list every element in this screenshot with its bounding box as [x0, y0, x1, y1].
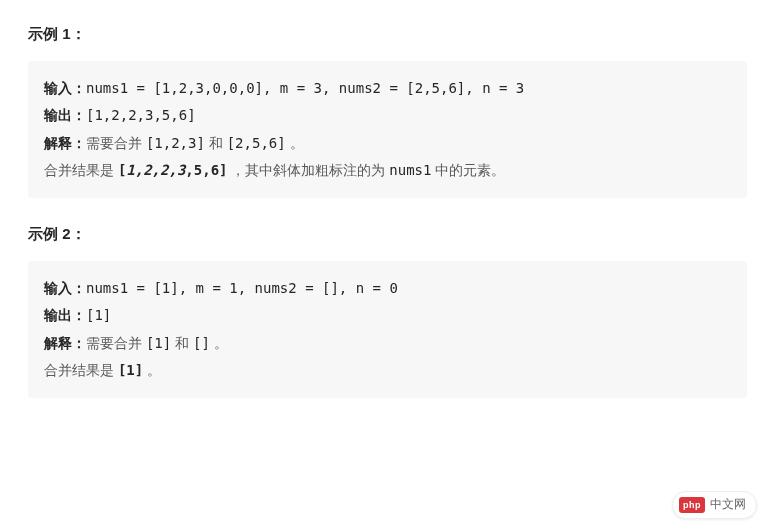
input-label: 输入：: [44, 280, 86, 296]
explain-code-2: []: [193, 335, 210, 351]
result-suffix: 。: [143, 362, 161, 378]
example-1-heading: 示例 1：: [28, 20, 747, 47]
output-code: [1]: [86, 307, 111, 323]
explain-code-1: [1,2,3]: [146, 135, 205, 151]
result-code-var: nums1: [389, 162, 431, 178]
example-1-block: 输入：nums1 = [1,2,3,0,0,0], m = 3, nums2 =…: [28, 61, 747, 198]
explain-text: 需要合并: [86, 335, 146, 351]
output-code: [1,2,2,3,5,6]: [86, 107, 196, 123]
explain-suffix: 。: [286, 135, 304, 151]
result-prefix: 合并结果是: [44, 362, 118, 378]
explain-code-1: [1]: [146, 335, 171, 351]
explain-code-2: [2,5,6]: [227, 135, 286, 151]
result-suffix: 中的元素。: [431, 162, 505, 178]
explain-suffix: 。: [210, 335, 228, 351]
explain-mid: 和: [171, 335, 193, 351]
input-label: 输入：: [44, 80, 86, 96]
result-code-rest: [1]: [118, 362, 143, 378]
explain-label: 解释：: [44, 135, 86, 151]
example-1-result-row: 合并结果是 [1,2,2,3,5,6] ，其中斜体加粗标注的为 nums1 中的…: [44, 157, 731, 184]
example-2-heading: 示例 2：: [28, 220, 747, 247]
output-label: 输出：: [44, 107, 86, 123]
example-2-block: 输入：nums1 = [1], m = 1, nums2 = [], n = 0…: [28, 261, 747, 398]
explain-mid: 和: [205, 135, 227, 151]
example-2-output-row: 输出：[1]: [44, 302, 731, 329]
output-label: 输出：: [44, 307, 86, 323]
result-code-bold: 1,2,2,3: [126, 162, 185, 178]
explain-text: 需要合并: [86, 135, 146, 151]
example-1-output-row: 输出：[1,2,2,3,5,6]: [44, 102, 731, 129]
input-code: nums1 = [1], m = 1, nums2 = [], n = 0: [86, 280, 398, 296]
result-prefix: 合并结果是: [44, 162, 118, 178]
example-1-input-row: 输入：nums1 = [1,2,3,0,0,0], m = 3, nums2 =…: [44, 75, 731, 102]
example-1-explain-row: 解释：需要合并 [1,2,3] 和 [2,5,6] 。: [44, 130, 731, 157]
example-2-input-row: 输入：nums1 = [1], m = 1, nums2 = [], n = 0: [44, 275, 731, 302]
result-mid: ，其中斜体加粗标注的为: [228, 162, 390, 178]
example-2-result-row: 合并结果是 [1] 。: [44, 357, 731, 384]
explain-label: 解释：: [44, 335, 86, 351]
example-2-explain-row: 解释：需要合并 [1] 和 [] 。: [44, 330, 731, 357]
input-code: nums1 = [1,2,3,0,0,0], m = 3, nums2 = [2…: [86, 80, 524, 96]
result-code-rest: ,5,6]: [185, 162, 227, 178]
